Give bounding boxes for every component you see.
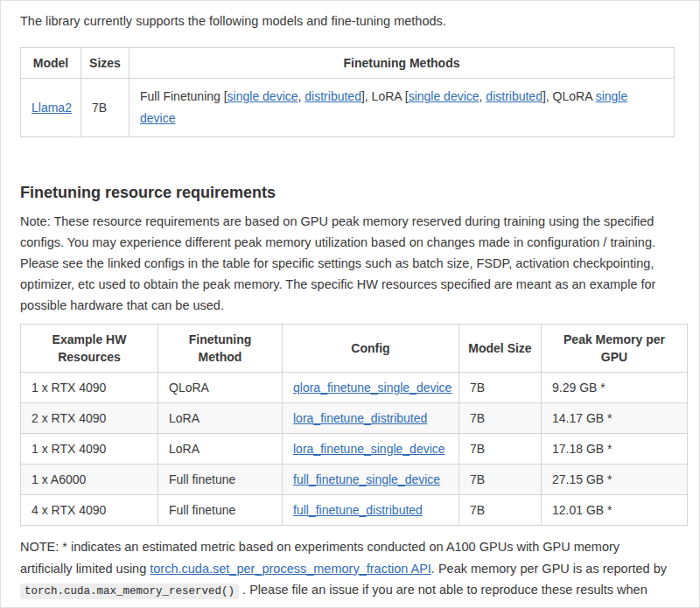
peak-memory-cell: 9.29 GB * <box>542 373 688 403</box>
model-cell: Llama2 <box>21 79 81 137</box>
resources-table: Example HW Resources Finetuning Method C… <box>20 324 688 526</box>
documentation-page: The library currently supports the follo… <box>0 0 700 608</box>
section-heading: Finetuning resource requirements <box>20 183 675 202</box>
hw-cell: 1 x A6000 <box>21 465 158 495</box>
hw-cell: 4 x RTX 4090 <box>21 495 158 526</box>
table-row: 4 x RTX 4090 Full finetune full_finetune… <box>21 495 688 526</box>
model-size-cell: 7B <box>459 495 542 526</box>
table-row: 1 x RTX 4090 QLoRA qlora_finetune_single… <box>21 373 688 403</box>
method-cell: Full finetune <box>158 465 283 495</box>
models-header-finetuning-methods: Finetuning Methods <box>130 48 675 79</box>
qlora-single-device-link[interactable]: single device <box>140 89 627 125</box>
footnote-text: NOTE: * indicates an estimated metric ba… <box>20 536 675 608</box>
qlora-finetune-single-device-config-link[interactable]: qlora_finetune_single_device <box>293 381 452 395</box>
resources-header-model-size: Model Size <box>459 325 542 373</box>
sizes-cell: 7B <box>81 79 130 137</box>
model-size-cell: 7B <box>459 373 542 403</box>
peak-memory-cell: 27.15 GB * <box>542 465 688 495</box>
full-finetune-distributed-config-link[interactable]: full_finetune_distributed <box>293 503 423 517</box>
models-header-sizes: Sizes <box>81 48 130 79</box>
hw-cell: 1 x RTX 4090 <box>21 373 158 403</box>
lora-finetune-single-device-config-link[interactable]: lora_finetune_single_device <box>293 442 445 456</box>
llama2-link[interactable]: Llama2 <box>32 101 72 115</box>
hw-cell: 2 x RTX 4090 <box>21 403 158 434</box>
max-memory-reserved-code: torch.cuda.max_memory_reserved() <box>20 584 239 599</box>
peak-memory-cell: 17.18 GB * <box>542 434 688 465</box>
hw-cell: 1 x RTX 4090 <box>21 434 158 465</box>
models-table-header-row: Model Sizes Finetuning Methods <box>21 48 675 79</box>
intro-text: The library currently supports the follo… <box>20 10 675 31</box>
resources-table-header-row: Example HW Resources Finetuning Method C… <box>21 325 688 373</box>
resource-note: Note: These resource requirements are ba… <box>20 211 675 316</box>
config-cell: full_finetune_distributed <box>283 495 459 526</box>
lora-distributed-link[interactable]: distributed <box>486 89 542 103</box>
resources-header-config: Config <box>283 325 459 373</box>
config-cell: qlora_finetune_single_device <box>283 373 459 403</box>
table-row: 1 x A6000 Full finetune full_finetune_si… <box>21 465 688 495</box>
models-header-model: Model <box>21 48 81 79</box>
method-cell: Full finetune <box>158 495 283 526</box>
resources-header-method: Finetuning Method <box>158 325 283 373</box>
peak-memory-cell: 12.01 GB * <box>542 495 688 526</box>
config-cell: lora_finetune_single_device <box>283 434 459 465</box>
config-cell: full_finetune_single_device <box>283 465 459 495</box>
method-cell: LoRA <box>158 403 283 434</box>
methods-cell: Full Finetuning [single device, distribu… <box>130 79 675 137</box>
full-finetuning-single-device-link[interactable]: single device <box>228 89 298 103</box>
table-row: 1 x RTX 4090 LoRA lora_finetune_single_d… <box>21 434 688 465</box>
peak-memory-cell: 14.17 GB * <box>542 403 688 434</box>
lora-single-device-link[interactable]: single device <box>409 89 480 103</box>
method-cell: LoRA <box>158 434 283 465</box>
table-row: Llama2 7B Full Finetuning [single device… <box>21 79 675 137</box>
full-finetuning-distributed-link[interactable]: distributed <box>304 89 361 103</box>
model-size-cell: 7B <box>459 465 542 495</box>
method-cell: QLoRA <box>158 373 283 403</box>
models-table: Model Sizes Finetuning Methods Llama2 7B… <box>20 47 675 137</box>
resources-header-peak-memory: Peak Memory per GPU <box>542 325 688 373</box>
model-size-cell: 7B <box>459 434 542 465</box>
resources-header-hw: Example HW Resources <box>21 325 158 373</box>
lora-finetune-distributed-config-link[interactable]: lora_finetune_distributed <box>293 411 427 425</box>
full-finetune-single-device-config-link[interactable]: full_finetune_single_device <box>293 472 440 486</box>
model-size-cell: 7B <box>459 403 542 434</box>
set-per-process-memory-fraction-api-link[interactable]: torch.cuda.set_per_process_memory_fracti… <box>150 562 431 576</box>
table-row: 2 x RTX 4090 LoRA lora_finetune_distribu… <box>21 403 688 434</box>
config-cell: lora_finetune_distributed <box>283 403 459 434</box>
